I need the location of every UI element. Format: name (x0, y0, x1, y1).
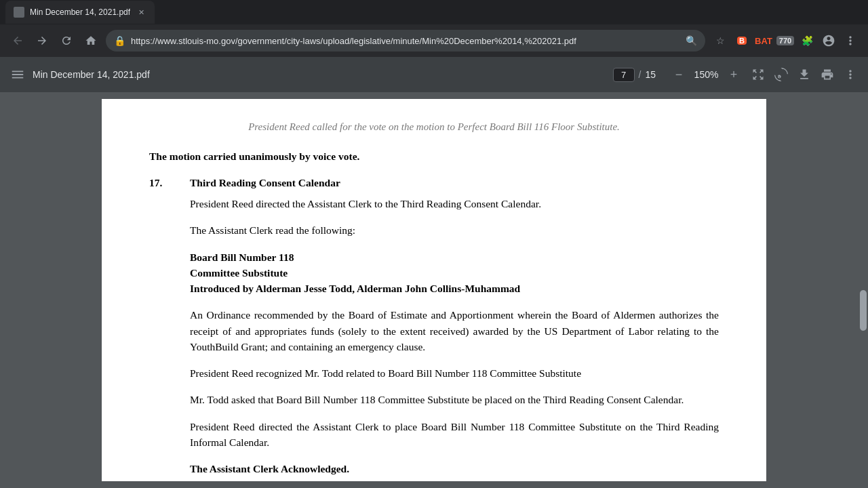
pdf-menu-button[interactable] (8, 65, 27, 84)
section-17-number: 17. (149, 175, 176, 488)
browser-menu-button[interactable] (841, 31, 860, 50)
pdf-zoom-controls: − 150% + (669, 65, 743, 84)
home-button[interactable] (81, 31, 100, 50)
section-17-para1: President Reed directed the Assistant Cl… (190, 196, 719, 211)
rotate-button[interactable] (772, 65, 791, 84)
bookmark-button[interactable]: ☆ (711, 31, 730, 50)
pdf-toolbar: Min December 14, 2021.pdf / 15 − 150% + (0, 57, 868, 92)
url-text: https://www.stlouis-mo.gov/government/ci… (131, 36, 680, 46)
pdf-toolbar-right (749, 65, 860, 84)
active-tab[interactable]: Min December 14, 2021.pdf ✕ (5, 1, 155, 24)
tab-favicon (14, 7, 24, 18)
number-badge: 770 (776, 36, 794, 45)
section-17-para5: President Reed directed the Assistant Cl… (190, 419, 719, 451)
section-17-para4: Mr. Todd asked that Board Bill Number 11… (190, 392, 719, 407)
reload-button[interactable] (57, 31, 76, 50)
lock-icon: 🔒 (114, 35, 125, 46)
zoom-out-button[interactable]: − (669, 65, 688, 84)
section-17-title: Third Reading Consent Calendar (190, 175, 719, 190)
section-17-content: Third Reading Consent Calendar President… (190, 175, 719, 488)
extensions-icon[interactable]: 🧩 (797, 31, 816, 50)
back-button[interactable] (8, 31, 27, 50)
download-button[interactable] (795, 65, 814, 84)
pdf-page-controls: / 15 (613, 68, 656, 82)
address-bar[interactable]: 🔒 https://www.stlouis-mo.gov/government/… (106, 30, 705, 52)
tab-close-button[interactable]: ✕ (136, 7, 146, 18)
brave-shield-icon[interactable]: B (732, 31, 751, 50)
pdf-page-separator: / (639, 69, 642, 80)
section-17: 17. Third Reading Consent Calendar Presi… (149, 175, 719, 488)
scrollbar-track[interactable] (859, 92, 868, 488)
section-17-para2: The Assistant Clerk read the following: (190, 222, 719, 238)
pdf-content-area: President Reed called for the vote on th… (0, 92, 868, 488)
scrollbar-thumb[interactable] (860, 290, 867, 331)
pdf-page: President Reed called for the vote on th… (102, 99, 766, 481)
acknowledged-text: The Assistant Clerk Acknowledged. (190, 461, 719, 476)
motion-text: The motion carried unanimously by voice … (149, 150, 359, 162)
ordinance-text: An Ordinance recommended by the Board of… (190, 307, 719, 354)
counter-badge[interactable]: 770 (776, 31, 795, 50)
board-bill-118-label: Board Bill Number 118 (190, 249, 719, 265)
brave-badge: B (737, 37, 747, 45)
pdf-zoom-level: 150% (691, 69, 722, 80)
pdf-page-input[interactable] (613, 68, 635, 82)
profile-icon[interactable] (819, 31, 838, 50)
tab-bar: Min December 14, 2021.pdf ✕ (0, 0, 868, 24)
introduced-label: Introduced by Alderman Jesse Todd, Alder… (190, 281, 719, 296)
committee-sub-label: Committee Substitute (190, 265, 719, 281)
search-icon: 🔍 (686, 35, 697, 46)
zoom-in-button[interactable]: + (724, 65, 743, 84)
tab-title: Min December 14, 2021.pdf (30, 7, 130, 17)
fit-page-button[interactable] (749, 65, 768, 84)
pdf-more-button[interactable] (841, 65, 860, 84)
section-17-para3: President Reed recognized Mr. Todd relat… (190, 365, 719, 381)
print-button[interactable] (818, 65, 837, 84)
partial-top-text: President Reed called for the vote on th… (149, 119, 719, 135)
nav-right-icons: ☆ B BAT 770 🧩 (711, 31, 860, 50)
forward-button[interactable] (33, 31, 52, 50)
brave-rewards-icon[interactable]: BAT (754, 31, 773, 50)
navigation-bar: 🔒 https://www.stlouis-mo.gov/government/… (0, 24, 868, 57)
pdf-title: Min December 14, 2021.pdf (33, 69, 608, 80)
pdf-total-pages: 15 (645, 69, 656, 80)
motion-paragraph: The motion carried unanimously by voice … (149, 148, 719, 164)
